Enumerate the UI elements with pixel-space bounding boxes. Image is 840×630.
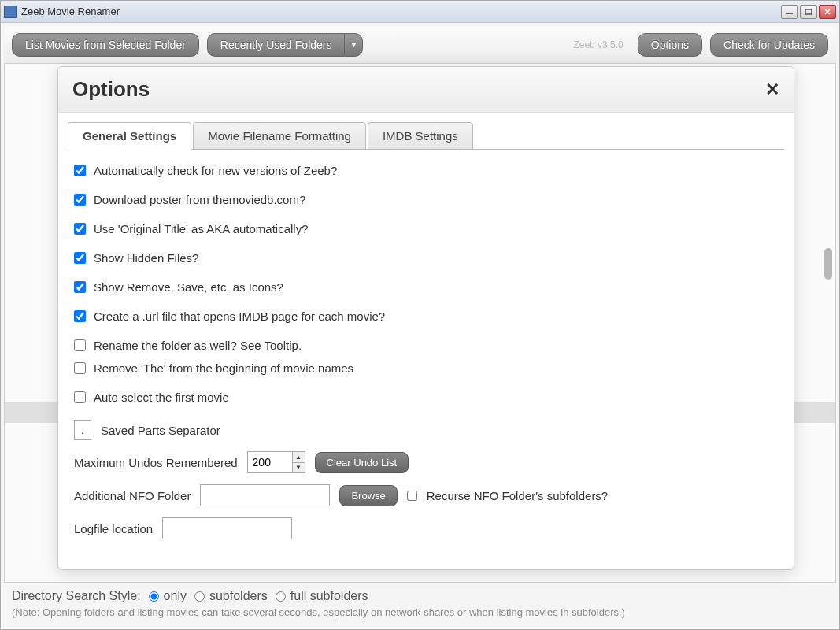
toolbar: List Movies from Selected Folder Recentl… [4,26,836,64]
recent-folders-dropdown[interactable]: ▼ [344,33,363,57]
directory-search-style: Directory Search Style: only subfolders … [12,589,828,603]
tab-imdb-settings[interactable]: IMDB Settings [368,122,473,150]
rename-folder-checkbox[interactable] [74,339,86,351]
radio-only[interactable]: only [149,589,187,603]
aka-label: Use 'Original Title' as AKA automaticall… [94,222,309,235]
poster-label: Download poster from themoviedb.com? [94,193,305,206]
remove-the-label: Remove 'The' from the beginning of movie… [94,361,353,375]
minimize-button[interactable] [781,5,798,19]
browse-button[interactable]: Browse [339,485,397,506]
recent-folders-button[interactable]: Recently Used Folders [207,33,345,57]
clear-undo-button[interactable]: Clear Undo List [315,452,409,473]
titlebar: Zeeb Movie Renamer [1,1,839,23]
dialog-title: Options [72,77,765,102]
urlfile-checkbox[interactable] [74,310,86,322]
footer-note: (Note: Opening folders and listing movie… [12,606,828,618]
separator-label: Saved Parts Separator [101,424,220,437]
autocheck-label: Automatically check for new versions of … [94,164,337,177]
logfile-label: Logfile location [74,522,153,536]
chevron-down-icon: ▼ [350,40,358,49]
spinner-up[interactable]: ▲ [293,452,305,463]
icons-checkbox[interactable] [74,281,86,293]
hidden-label: Show Hidden Files? [94,251,198,265]
footer: Directory Search Style: only subfolders … [1,583,839,629]
options-button[interactable]: Options [638,33,702,57]
urlfile-label: Create a .url file that opens IMDB page … [94,309,385,323]
nfo-folder-input[interactable] [200,484,330,506]
recurse-checkbox[interactable] [407,491,417,501]
dialog-close-button[interactable]: ✕ [765,80,779,100]
dialog-header: Options ✕ [58,67,794,113]
check-updates-button[interactable]: Check for Updates [710,33,828,57]
close-button[interactable] [819,5,836,19]
maximize-button[interactable] [800,5,817,19]
version-label: Zeeb v3.5.0 [573,39,623,50]
scrollbar[interactable] [824,67,832,579]
logfile-input[interactable] [162,517,292,539]
tabs: General Settings Movie Filename Formatti… [58,113,794,150]
tab-general-settings[interactable]: General Settings [68,122,191,150]
app-icon [4,6,17,18]
undos-spinner: ▲ ▼ [247,451,305,473]
rename-folder-label: Rename the folder as well? See Tooltip. [94,339,302,352]
scroll-thumb[interactable] [824,248,832,280]
tab-panel-general: Automatically check for new versions of … [68,149,784,560]
separator-input[interactable] [74,420,91,440]
radio-subfolders[interactable]: subfolders [194,589,268,603]
window-controls [781,5,836,19]
undos-input[interactable] [248,452,292,472]
autoselect-label: Auto select the first movie [94,391,229,404]
directory-search-label: Directory Search Style: [12,589,141,603]
list-movies-button[interactable]: List Movies from Selected Folder [12,33,199,57]
window-title: Zeeb Movie Renamer [21,6,781,17]
options-dialog: Options ✕ General Settings Movie Filenam… [57,66,794,570]
hidden-checkbox[interactable] [74,252,86,264]
svg-rect-1 [805,9,812,14]
poster-checkbox[interactable] [74,194,86,206]
undos-label: Maximum Undos Remembered [74,456,238,469]
spinner-down[interactable]: ▼ [293,463,305,473]
icons-label: Show Remove, Save, etc. as Icons? [94,280,283,294]
recent-folders-split: Recently Used Folders ▼ [207,33,364,57]
radio-full-subfolders[interactable]: full subfolders [276,589,368,603]
autoselect-checkbox[interactable] [74,391,86,403]
recurse-label: Recurse NFO Folder's subfolders? [427,489,608,502]
tab-filename-formatting[interactable]: Movie Filename Formatting [193,122,366,150]
aka-checkbox[interactable] [74,223,86,235]
remove-the-checkbox[interactable] [74,362,86,374]
autocheck-checkbox[interactable] [74,165,86,176]
nfo-folder-label: Additional NFO Folder [74,489,191,502]
